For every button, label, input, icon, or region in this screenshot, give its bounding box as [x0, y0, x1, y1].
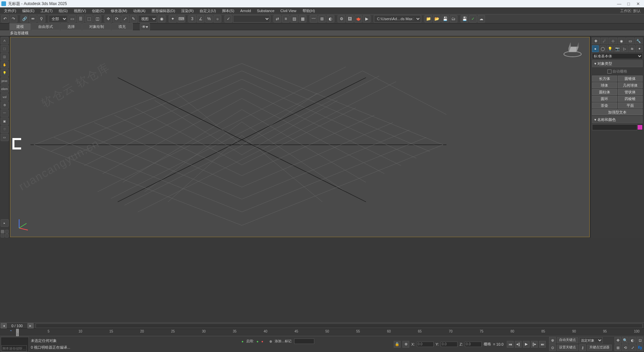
time-left-icon[interactable]: ◂	[1, 323, 7, 328]
menu-render[interactable]: 渲染(R)	[178, 8, 196, 14]
goto-end-icon[interactable]: ⏭	[539, 341, 546, 348]
vp-layout-2[interactable]	[5, 230, 9, 233]
ref-icon[interactable]: 🗂	[450, 15, 457, 23]
render-setup-icon[interactable]: ⚙	[338, 15, 345, 23]
ribbon-tab-objectpaint[interactable]: 对象绘制	[82, 23, 111, 30]
layers-icon[interactable]: ▤	[290, 15, 298, 23]
time-right-icon[interactable]: ▸	[28, 323, 34, 328]
autokey-button[interactable]: 自动关键点	[557, 337, 578, 343]
y-input[interactable]	[441, 342, 458, 347]
menu-tools[interactable]: 工具(T)	[38, 8, 55, 14]
cat-lights-icon[interactable]: 💡	[607, 45, 613, 52]
nav-zoom-icon[interactable]: 🔍	[622, 337, 629, 344]
move-icon[interactable]: ✥	[105, 15, 112, 23]
redo-icon[interactable]: ↷	[10, 15, 17, 23]
select-name-icon[interactable]: ☰	[77, 15, 84, 23]
time-scrub-track[interactable]	[36, 323, 643, 328]
open-folder-icon[interactable]: 📁	[425, 15, 432, 23]
nav-maximize-icon[interactable]: ⤢	[629, 344, 636, 351]
script-listener-input[interactable]	[1, 345, 27, 351]
viewport-expand-icon[interactable]: ▸	[1, 219, 9, 227]
menu-modifiers[interactable]: 修改器(M)	[108, 8, 130, 14]
cat-cameras-icon[interactable]: 📷	[614, 45, 621, 52]
z-input[interactable]	[465, 342, 482, 347]
ref-coord-dropdown[interactable]: 视图	[138, 15, 157, 23]
btn-textplus[interactable]: 加强型文本	[592, 109, 643, 115]
viewcube[interactable]	[562, 41, 583, 57]
spinner-snap-icon[interactable]: ⟐	[214, 15, 221, 23]
curve-icon[interactable]: 〰	[1, 109, 9, 117]
cat-helpers-icon[interactable]: ▷	[621, 45, 628, 52]
key-track-icon[interactable]: ⌃	[9, 329, 14, 334]
curve-editor-icon[interactable]: 〰	[310, 15, 317, 23]
vp-layout-3[interactable]	[1, 234, 4, 237]
scene-explorer-icon[interactable]: A	[1, 37, 9, 44]
btn-box[interactable]: 长方体	[592, 76, 617, 82]
check-icon[interactable]: ✓	[469, 15, 477, 23]
nav-walk-icon[interactable]: 👣	[637, 344, 643, 351]
add-tag-label[interactable]: 添加…标记	[275, 339, 291, 344]
nav-pan-icon[interactable]: ✥	[614, 337, 621, 344]
menu-substance[interactable]: Substance	[254, 8, 277, 13]
select-object-icon[interactable]: ▭	[68, 15, 76, 23]
cmd-tab-create[interactable]: ✚	[592, 38, 600, 44]
autogrid-checkbox[interactable]: 自动栅格	[592, 68, 643, 75]
vp-layout-1[interactable]	[1, 230, 4, 233]
menu-file[interactable]: 文件(F)	[1, 8, 19, 14]
menu-help[interactable]: 帮助(H)	[300, 8, 318, 14]
menu-animation[interactable]: 动画(A)	[130, 8, 148, 14]
object-color-swatch[interactable]	[637, 125, 643, 130]
rotate-icon[interactable]: ⟳	[113, 15, 120, 23]
ribbon-toggle-icon[interactable]: 👁▾	[140, 23, 150, 31]
render-prod-icon[interactable]: ▶	[363, 15, 370, 23]
set-key-icon[interactable]: ⊙	[549, 344, 556, 351]
key-target-dropdown[interactable]: 选定对象	[579, 337, 603, 343]
nav-zoomall-icon[interactable]: ⊡	[637, 337, 643, 344]
project-path[interactable]: C:\Users\Ad…ds Max 2025	[374, 15, 421, 23]
render-icon[interactable]: 🫖	[355, 15, 362, 23]
light-icon[interactable]: 💡	[1, 69, 9, 77]
undo-icon[interactable]: ↶	[1, 15, 9, 23]
timeline-ruler[interactable]: ⌃ 05101520253035404550556065707580859095…	[0, 328, 644, 336]
menu-arnold[interactable]: Arnold	[237, 8, 254, 13]
vol-icon[interactable]: vol	[1, 93, 9, 101]
btn-teapot[interactable]: 茶壶	[592, 102, 617, 108]
menu-script[interactable]: 脚本(S)	[219, 8, 237, 14]
prev-frame-icon[interactable]: ◂‖	[515, 341, 522, 348]
nav-zoomext-icon[interactable]: ⊞	[614, 344, 621, 351]
menu-graph[interactable]: 图形编辑器(D)	[149, 8, 178, 14]
layer-explorer-icon[interactable]: ⬚	[1, 45, 9, 52]
vp-layout-4[interactable]	[5, 234, 9, 237]
cat-shapes-icon[interactable]: ◯	[599, 45, 606, 52]
btn-sphere[interactable]: 球体	[592, 82, 617, 88]
elem-icon[interactable]: elem	[1, 85, 9, 93]
ribbon-tab-freeform[interactable]: 自由形式	[31, 23, 60, 30]
primitive-set-dropdown[interactable]: 标准基本体	[592, 53, 643, 59]
window-crossing-icon[interactable]: ◫	[94, 15, 101, 23]
pivot-icon[interactable]: ◉	[158, 15, 165, 23]
ribbon-tab-populate[interactable]: 填充	[111, 23, 133, 30]
key-filters-icon[interactable]: ⚷	[579, 344, 586, 351]
btn-pyramid[interactable]: 四棱锥	[618, 96, 643, 102]
hand-icon[interactable]: ✋	[1, 61, 9, 69]
percent-snap-icon[interactable]: %	[205, 15, 213, 23]
save-icon[interactable]: 💾	[461, 15, 468, 23]
toggle-ribbon-icon[interactable]: ▦	[299, 15, 306, 23]
cmd-tab-motion[interactable]: ◉	[618, 38, 626, 44]
ribbon-tab-modeling[interactable]: 建模	[9, 23, 31, 30]
ribbon-tab-selection[interactable]: 选择	[60, 23, 82, 30]
btn-cylinder[interactable]: 圆柱体	[592, 89, 617, 95]
cat-geometry-icon[interactable]: ●	[592, 45, 599, 52]
key-mode-icon[interactable]: ⊕	[549, 337, 556, 344]
menu-civilview[interactable]: Civil View	[278, 8, 299, 13]
cmd-tab-display[interactable]: ▭	[626, 38, 634, 44]
crease-explorer-icon[interactable]: ◫	[1, 53, 9, 60]
menu-view[interactable]: 视图(V)	[71, 8, 89, 14]
rollout-object-type[interactable]: ▾ 对象类型	[592, 60, 643, 67]
scale-icon[interactable]: ⤢	[121, 15, 129, 23]
material-editor-icon[interactable]: ◐	[327, 15, 334, 23]
cat-systems-icon[interactable]: ✦	[636, 45, 643, 52]
set-project-icon[interactable]: 📂	[433, 15, 440, 23]
link-icon[interactable]: 🔗	[21, 15, 28, 23]
snap-toggle-icon[interactable]: 3	[189, 15, 196, 23]
